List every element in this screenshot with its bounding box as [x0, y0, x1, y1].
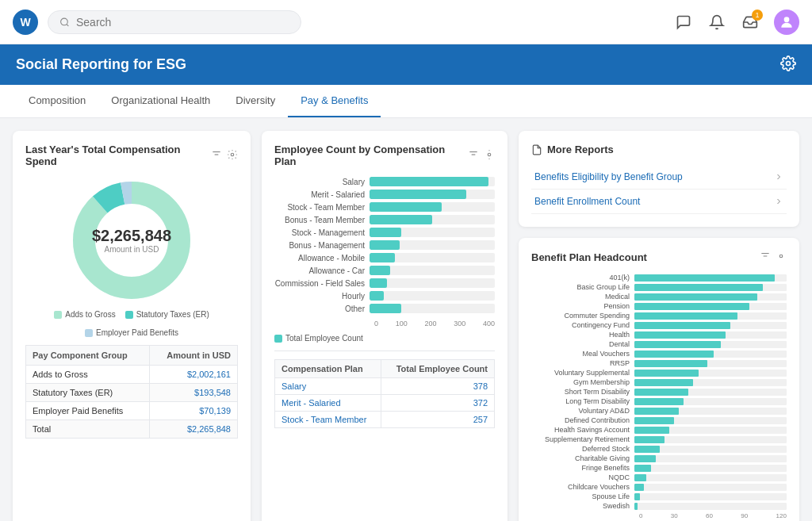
benefit-bar-label: Commuter Spending — [531, 312, 634, 320]
bar-track — [370, 278, 495, 288]
employee-card-actions — [468, 149, 495, 163]
compensation-card-title: Last Year's Total Compensation Spend — [25, 144, 211, 167]
card-header-employee: Employee Count by Compensation Plan — [274, 144, 495, 167]
benefit-bar-track — [634, 493, 787, 500]
table-row: Stock - Team Member 257 — [275, 412, 495, 428]
benefit-bar-track — [634, 303, 787, 310]
gear-icon[interactable] — [484, 149, 495, 163]
benefit-bar-track — [634, 312, 787, 320]
svg-point-3 — [787, 62, 791, 66]
settings-icon[interactable] — [780, 56, 796, 74]
benefit-bar-track — [634, 351, 787, 358]
benefit-bar-row: Charitable Giving — [531, 454, 787, 462]
bell-icon[interactable] — [707, 13, 726, 32]
benefit-bar-fill — [634, 389, 688, 396]
benefit-bar-label: Basic Group Life — [531, 283, 634, 291]
benefit-bar-fill — [634, 284, 763, 291]
benefit-bar-track — [634, 484, 787, 491]
table-row-total: Total $2,265,848 — [26, 420, 238, 439]
filter-icon[interactable] — [211, 149, 222, 163]
tab-org-health[interactable]: Organizational Health — [98, 85, 223, 117]
bar-track — [370, 228, 495, 237]
bar-track — [370, 266, 495, 275]
compensation-table: Pay Component Group Amount in USD Adds t… — [25, 345, 238, 439]
benefit-bar-track — [634, 503, 787, 510]
benefit-bar-label: Spouse Life — [531, 492, 634, 500]
table-header-group: Pay Component Group — [26, 346, 150, 366]
bar-fill — [370, 177, 488, 186]
benefit-bar-row: Health — [531, 331, 787, 339]
user-avatar[interactable] — [774, 10, 799, 35]
benefit-bar-track — [634, 465, 787, 472]
benefit-bar-track — [634, 474, 787, 481]
benefit-headcount-card: Benefit Plan Headcount 401(k) Basic Grou… — [519, 238, 799, 521]
benefit-bar-fill — [634, 293, 757, 301]
bar-label: Stock - Team Member — [274, 203, 370, 212]
tab-diversity[interactable]: Diversity — [223, 85, 288, 117]
benefit-bar-label: Fringe Benefits — [531, 464, 634, 472]
bar-track — [370, 202, 495, 212]
benefit-bar-fill — [634, 360, 707, 367]
table-row: Salary 378 — [275, 378, 495, 395]
right-column: More Reports Benefits Eligibility by Ben… — [519, 131, 799, 521]
donut-center-value: $2,265,848 Amount in USD — [92, 227, 171, 254]
bar-label: Salary — [274, 178, 370, 186]
bar-row: Commission - Field Sales — [274, 278, 495, 288]
benefit-bar-label: Short Term Disability — [531, 388, 634, 396]
benefit-bar-label: RRSP — [531, 359, 634, 367]
chat-icon[interactable] — [674, 13, 693, 32]
tab-composition[interactable]: Composition — [16, 85, 98, 117]
bar-row: Allowance - Mobile — [274, 253, 495, 262]
benefit-bar-label: Charitable Giving — [531, 454, 634, 462]
search-container[interactable] — [48, 10, 301, 34]
workday-logo[interactable]: W — [13, 10, 38, 35]
benefit-headcount-actions — [760, 251, 787, 264]
benefit-bar-fill — [634, 341, 721, 348]
benefit-bar-track — [634, 389, 787, 396]
bar-row: Salary — [274, 177, 495, 186]
inbox-badge: 1 — [752, 10, 763, 21]
gear-icon[interactable] — [776, 251, 787, 264]
legend-employer-paid: Employer Paid Benefits — [85, 328, 178, 337]
bar-label: Allowance - Mobile — [274, 254, 370, 262]
benefit-bar-label: Swedish — [531, 502, 634, 510]
main-content: Last Year's Total Compensation Spend — [0, 118, 812, 521]
inbox-icon[interactable]: 1 — [741, 13, 760, 32]
document-icon — [531, 144, 542, 155]
report-link-benefits-eligibility[interactable]: Benefits Eligibility by Benefit Group — [531, 165, 787, 190]
legend-dot-total — [274, 335, 282, 343]
benefit-bar-fill — [634, 455, 656, 462]
benefit-bar-row: Deferred Stock — [531, 445, 787, 453]
benefit-bar-fill — [634, 474, 646, 481]
benefit-bar-label: Pension — [531, 302, 634, 310]
gear-icon[interactable] — [227, 149, 238, 163]
report-link-benefit-enrollment[interactable]: Benefit Enrollment Count — [531, 190, 787, 214]
benefit-bar-row: Pension — [531, 302, 787, 310]
compensation-legend: Adds to Gross Statutory Taxes (ER) Emplo… — [25, 310, 238, 337]
search-input[interactable] — [76, 16, 289, 29]
chevron-right-icon — [774, 172, 783, 182]
compensation-card-actions — [211, 149, 238, 163]
more-reports-card: More Reports Benefits Eligibility by Ben… — [519, 131, 799, 227]
filter-icon[interactable] — [760, 251, 771, 264]
tab-pay-benefits[interactable]: Pay & Benefits — [288, 85, 381, 117]
bar-row: Bonus - Management — [274, 240, 495, 250]
bar-track — [370, 215, 495, 224]
table-row: Employer Paid Benefits $70,139 — [26, 402, 238, 420]
benefit-headcount-title: Benefit Plan Headcount — [531, 251, 647, 263]
benefit-bar-label: Supplementary Retirement — [531, 435, 634, 443]
benefit-bar-fill — [634, 351, 714, 358]
bar-row: Hourly — [274, 291, 495, 301]
benefit-bar-track — [634, 417, 787, 424]
filter-icon[interactable] — [468, 149, 479, 163]
bar-fill — [370, 266, 390, 275]
bar-fill — [370, 202, 442, 212]
benefit-bar-track — [634, 341, 787, 348]
benefit-bar-track — [634, 446, 787, 453]
benefit-bar-track — [634, 322, 787, 329]
bar-label: Stock - Management — [274, 228, 370, 237]
page-header: Social Reporting for ESG — [0, 44, 812, 85]
employee-count-title: Employee Count by Compensation Plan — [274, 144, 468, 167]
bar-fill — [370, 240, 400, 250]
more-reports-header: More Reports — [531, 144, 787, 155]
